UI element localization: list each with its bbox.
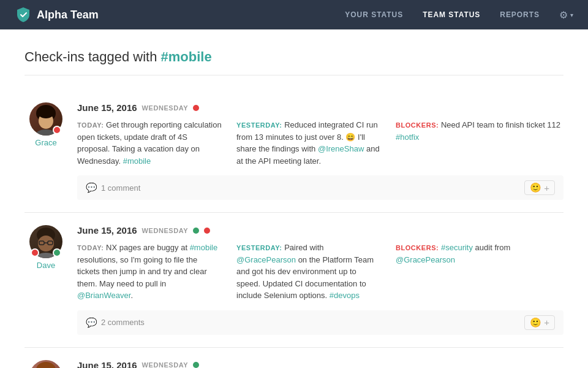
checkin-card-carol: Carol June 15, 2016 WEDNESDAY TODAY: Fix… [24,348,564,369]
grace-footer: 💬 1 comment 🙂 + [77,175,564,200]
dave-dot-red [204,228,210,234]
dave-yesterday: YESTERDAY: Paired with @GracePearson on … [236,242,396,302]
app-logo[interactable]: Alpha Team [15,6,99,23]
grace-cols: TODAY: Get through reporting calculation… [77,119,564,167]
grace-dot-red [193,105,199,111]
dave-status-badge-green [53,248,61,257]
smiley-icon: 🙂 [530,182,541,193]
grace-reaction-button[interactable]: 🙂 + [524,180,555,195]
dave-today: TODAY: NX pages are buggy at #mobile res… [77,242,236,302]
nav-bar: YOUR STATUS TEAM STATUS REPORTS ⚙ ▾ [345,8,573,21]
grace-yesterday: YESTERDAY: Reduced integrated CI run fro… [236,119,396,167]
dave-name[interactable]: Dave [37,261,55,270]
smiley-icon-dave: 🙂 [530,317,541,328]
avatar-col-grace: Grace [24,102,67,200]
carol-dot-green [193,362,199,368]
carol-date: June 15, 2016 [77,360,137,369]
dave-footer: 💬 2 comments 🙂 + [77,310,564,335]
dave-header-row: June 15, 2016 WEDNESDAY [77,225,564,236]
gear-icon: ⚙ [559,9,568,21]
shield-icon [15,6,32,23]
avatar-wrap-carol [29,360,62,369]
checkin-card-dave: Dave June 15, 2016 WEDNESDAY TODAY: NX p… [24,213,564,348]
dave-dot-green [193,228,199,234]
carol-checkin-body: June 15, 2016 WEDNESDAY TODAY: Fix the g… [77,360,564,369]
comment-icon: 💬 [86,182,97,193]
dave-checkin-body: June 15, 2016 WEDNESDAY TODAY: NX pages … [77,225,564,335]
page-title: Check-ins tagged with #mobile [24,49,564,75]
carol-day: WEDNESDAY [142,361,188,368]
avatar-wrap-dave [29,225,62,258]
avatar-carol-svg [29,360,62,369]
grace-blockers: BLOCKERS: Need API team to finish ticket… [396,119,564,167]
grace-checkin-body: June 15, 2016 WEDNESDAY TODAY: Get throu… [77,102,564,200]
comment-icon-dave: 💬 [86,317,97,328]
dave-comment-button[interactable]: 💬 2 comments [86,317,145,328]
avatar-carol [29,360,62,369]
dave-blockers: BLOCKERS: #security audit from @GracePea… [396,242,564,302]
avatar-col-carol: Carol [24,360,67,369]
svg-point-3 [37,106,55,118]
checkin-card-grace: Grace June 15, 2016 WEDNESDAY TODAY: Get… [24,90,564,213]
main-content: Check-ins tagged with #mobile [0,29,588,368]
dave-date: June 15, 2016 [77,225,137,236]
nav-reports[interactable]: REPORTS [500,8,540,21]
header: Alpha Team YOUR STATUS TEAM STATUS REPOR… [0,0,588,29]
svg-point-7 [38,236,54,251]
avatar-col-dave: Dave [24,225,67,335]
grace-name[interactable]: Grace [35,138,56,147]
nav-your-status[interactable]: YOUR STATUS [345,8,403,21]
dave-day: WEDNESDAY [142,227,188,234]
grace-day: WEDNESDAY [142,104,188,112]
settings-button[interactable]: ⚙ ▾ [559,9,573,21]
grace-today: TODAY: Get through reporting calculation… [77,119,236,167]
grace-comment-button[interactable]: 💬 1 comment [86,182,140,193]
avatar-wrap-grace [29,102,62,136]
dave-cols: TODAY: NX pages are buggy at #mobile res… [77,242,564,302]
nav-team-status[interactable]: TEAM STATUS [423,8,480,21]
dave-comment-count: 2 comments [101,318,145,327]
grace-date: June 15, 2016 [77,102,137,113]
carol-header-row: June 15, 2016 WEDNESDAY [77,360,564,369]
grace-header-row: June 15, 2016 WEDNESDAY [77,102,564,113]
settings-chevron: ▾ [570,12,573,18]
dave-reaction-button[interactable]: 🙂 + [524,315,555,330]
grace-status-badge-red [53,126,61,134]
dave-status-badge-red [31,248,39,257]
grace-comment-count: 1 comment [101,183,140,193]
app-name: Alpha Team [37,9,99,21]
